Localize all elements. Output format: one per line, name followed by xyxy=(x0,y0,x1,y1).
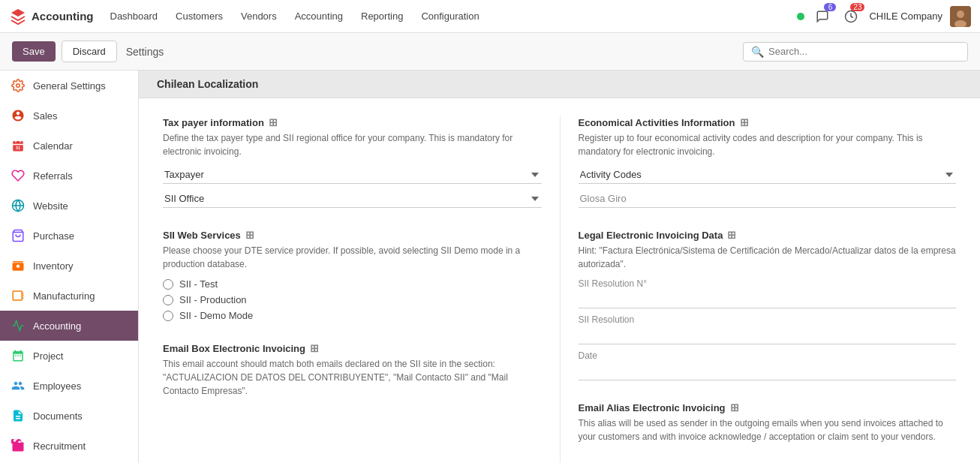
sidebar-item-accounting[interactable]: Accounting xyxy=(0,311,138,341)
chat-notifications-button[interactable]: 6 xyxy=(812,6,833,27)
documents-icon xyxy=(11,408,26,423)
nav-accounting[interactable]: Accounting xyxy=(287,8,350,25)
search-input[interactable] xyxy=(768,46,960,57)
company-name: CHILE Company xyxy=(869,11,942,22)
nav-dashboard[interactable]: Dashboard xyxy=(103,8,166,25)
email-box-grid-icon: ⊞ xyxy=(310,342,319,354)
activity-codes-field-row: Activity Codes xyxy=(579,166,957,184)
app-logo[interactable]: Accounting xyxy=(9,8,94,26)
main-layout: General Settings Sales 31 Calendar Refer… xyxy=(0,71,980,463)
taxpayer-field-row: Taxpayer xyxy=(163,166,542,184)
user-avatar[interactable] xyxy=(950,6,971,27)
nav-customers[interactable]: Customers xyxy=(168,8,230,25)
sii-web-services-desc: Please choose your DTE service provider.… xyxy=(163,244,542,271)
toolbar: Save Discard Settings 🔍 xyxy=(0,33,980,71)
sii-web-services-title: SII Web Services ⊞ xyxy=(163,229,542,241)
sii-resolution-n-input[interactable] xyxy=(579,290,957,308)
sidebar-item-purchase[interactable]: Purchase xyxy=(0,221,138,251)
email-alias-title: Email Alias Electronic Invoicing ⊞ xyxy=(579,401,957,413)
email-box-desc: This email account should match both ema… xyxy=(163,357,542,398)
email-box-title: Email Box Electronic Invoicing ⊞ xyxy=(163,342,542,354)
sidebar-item-general-settings[interactable]: General Settings xyxy=(0,71,138,101)
sii-test-option[interactable]: SII - Test xyxy=(163,278,542,290)
sidebar-item-label: Employees xyxy=(33,380,81,392)
nav-configuration[interactable]: Configuration xyxy=(413,8,486,25)
sii-test-radio[interactable] xyxy=(163,279,173,290)
sii-test-label: SII - Test xyxy=(179,278,218,290)
sidebar-item-label: Website xyxy=(33,200,68,212)
app-name: Accounting xyxy=(32,10,94,23)
sidebar-item-inventory[interactable]: Inventory xyxy=(0,251,138,281)
sii-radio-group: SII - Test SII - Production SII - Demo M… xyxy=(163,278,542,321)
project-icon xyxy=(11,348,26,363)
svg-text:31: 31 xyxy=(16,146,21,150)
sii-resolution-n-label: SII Resolution N° xyxy=(579,278,957,289)
economical-activities-desc: Register up to four economical activity … xyxy=(579,131,957,158)
legal-invoicing-block: Legal Electronic Invoicing Data ⊞ Hint: … xyxy=(579,229,957,380)
sii-resolution-n-field-row: SII Resolution N° xyxy=(579,278,957,308)
chat-count: 6 xyxy=(824,3,836,11)
taxpayer-grid-icon: ⊞ xyxy=(269,116,278,128)
sidebar-item-label: Manufacturing xyxy=(33,290,95,302)
svg-point-4 xyxy=(17,84,20,88)
sidebar-item-label: Inventory xyxy=(33,260,73,272)
email-alias-desc: This alias will be used as sender in the… xyxy=(579,416,957,443)
taxpayer-info-title: Tax payer information ⊞ xyxy=(163,116,542,128)
settings-body: Tax payer information ⊞ Define the tax p… xyxy=(139,98,980,463)
sidebar-item-calendar[interactable]: 31 Calendar xyxy=(0,131,138,161)
email-box-block: Email Box Electronic Invoicing ⊞ This em… xyxy=(163,342,542,398)
sii-resolution-field-row: SII Resolution xyxy=(579,314,957,344)
section-header: Chilean Localization xyxy=(139,71,980,98)
sidebar-item-project[interactable]: Project xyxy=(0,341,138,371)
sii-resolution-input[interactable] xyxy=(579,326,957,344)
sidebar-item-label: Accounting xyxy=(33,320,81,332)
taxpayer-info-block: Tax payer information ⊞ Define the tax p… xyxy=(163,116,542,208)
logo-icon xyxy=(9,8,27,26)
activity-notifications-button[interactable]: 23 xyxy=(840,6,861,27)
general-icon xyxy=(11,78,26,93)
online-status-dot xyxy=(797,13,804,20)
sidebar-item-label: Recruitment xyxy=(33,440,86,452)
sii-office-select[interactable]: SII Office xyxy=(163,190,542,208)
email-alias-block: Email Alias Electronic Invoicing ⊞ This … xyxy=(579,401,957,443)
taxpayer-select[interactable]: Taxpayer xyxy=(163,166,542,184)
economical-activities-title: Economical Activities Information ⊞ xyxy=(579,116,957,128)
sidebar-item-employees[interactable]: Employees xyxy=(0,371,138,401)
economical-activities-block: Economical Activities Information ⊞ Regi… xyxy=(579,116,957,208)
two-column-grid: Tax payer information ⊞ Define the tax p… xyxy=(163,116,956,463)
sidebar-item-documents[interactable]: Documents xyxy=(0,401,138,431)
nav-reporting[interactable]: Reporting xyxy=(353,8,410,25)
sidebar-item-recruitment[interactable]: Recruitment xyxy=(0,431,138,461)
content-area: Chilean Localization Tax payer informati… xyxy=(139,71,980,463)
nav-vendors[interactable]: Vendors xyxy=(233,8,284,25)
sii-demo-option[interactable]: SII - Demo Mode xyxy=(163,310,542,321)
referrals-icon xyxy=(11,168,26,183)
sii-resolution-label: SII Resolution xyxy=(579,314,957,325)
sii-office-field-row: SII Office xyxy=(163,190,542,208)
sii-production-label: SII - Production xyxy=(179,294,247,305)
activity-codes-select[interactable]: Activity Codes xyxy=(579,166,957,184)
sidebar-item-referrals[interactable]: Referrals xyxy=(0,161,138,191)
page-title: Settings xyxy=(126,46,164,58)
clock-icon xyxy=(844,10,858,23)
sii-demo-radio[interactable] xyxy=(163,311,173,321)
sii-date-input[interactable] xyxy=(579,362,957,380)
discard-button[interactable]: Discard xyxy=(62,41,117,62)
svg-point-2 xyxy=(957,11,964,18)
activity-count: 23 xyxy=(850,3,864,11)
glosa-giro-input[interactable] xyxy=(579,190,957,208)
sidebar-item-manufacturing[interactable]: Manufacturing xyxy=(0,281,138,311)
sii-web-grid-icon: ⊞ xyxy=(245,229,254,241)
sii-production-option[interactable]: SII - Production xyxy=(163,294,542,305)
search-box[interactable]: 🔍 xyxy=(743,42,968,62)
sidebar-item-website[interactable]: Website xyxy=(0,191,138,221)
save-button[interactable]: Save xyxy=(12,41,56,62)
sidebar-item-label: General Settings xyxy=(33,80,106,92)
legal-invoicing-title: Legal Electronic Invoicing Data ⊞ xyxy=(579,229,957,241)
sii-production-radio[interactable] xyxy=(163,295,173,305)
sales-icon xyxy=(11,108,26,123)
sidebar-item-label: Referrals xyxy=(33,170,73,182)
sidebar-item-sales[interactable]: Sales xyxy=(0,101,138,131)
sii-date-field-row: Date xyxy=(579,350,957,380)
nav-right: 6 23 CHILE Company xyxy=(797,6,971,27)
